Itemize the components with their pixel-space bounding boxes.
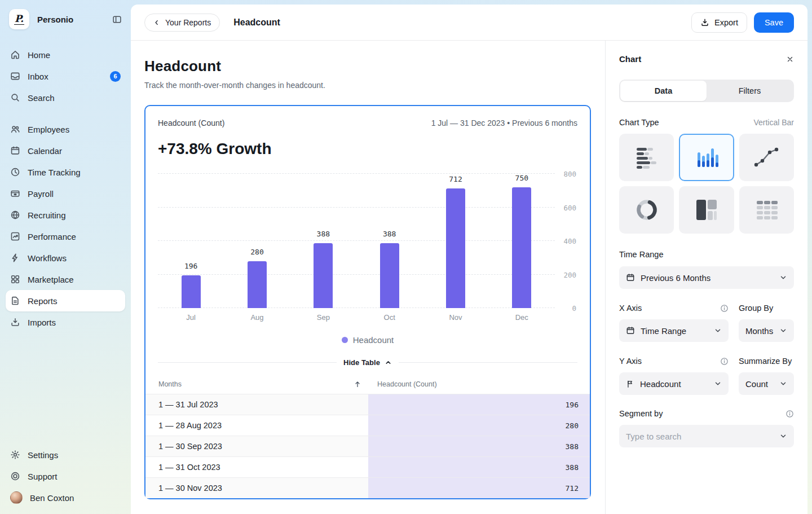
chart-settings-panel: Chart Data Filters Chart Type Vertical B… [605, 41, 807, 514]
bar [182, 275, 201, 308]
date-range-label: 1 Jul — 31 Dec 2023 • Previous 6 months [431, 118, 577, 128]
report-title: Headcount [233, 17, 280, 28]
calendar-icon [10, 146, 20, 156]
info-icon[interactable] [720, 304, 729, 313]
x-axis-tick: Oct [356, 313, 422, 322]
sidebar-item-calendar[interactable]: Calendar [0, 140, 131, 161]
table-row[interactable]: 1 — 28 Aug 2023280 [145, 415, 590, 436]
chart-type-line[interactable] [739, 134, 794, 181]
sidebar-item-performance[interactable]: Performance [0, 226, 131, 247]
employees-icon [10, 124, 20, 134]
bar-slot: 750 [489, 174, 555, 308]
legend-dot-icon [342, 337, 348, 343]
sidebar-item-home[interactable]: Home [0, 44, 131, 65]
treemap-chart-icon [693, 197, 720, 222]
group-by-label: Group By [739, 304, 773, 313]
back-to-your-reports-button[interactable]: Your Reports [144, 14, 220, 32]
vertical-bar-chart-icon [693, 145, 720, 170]
chart-card[interactable]: Headcount (Count) 1 Jul — 31 Dec 2023 • … [144, 105, 591, 499]
sidebar-item-support[interactable]: Support [0, 465, 131, 487]
sidebar-item-label: Time Tracking [28, 168, 81, 177]
table-row[interactable]: 1 — 31 Jul 2023196 [145, 394, 590, 415]
legend-label: Headcount [353, 335, 394, 345]
bar-value-label: 388 [383, 230, 396, 238]
sidebar-item-payroll[interactable]: Payroll [0, 183, 131, 204]
segment-by-placeholder: Type to search [626, 432, 681, 441]
column-header-headcount: Headcount (Count) [377, 380, 437, 388]
time-range-select[interactable]: Previous 6 Months [619, 266, 794, 289]
segment-by-select[interactable]: Type to search [619, 425, 794, 447]
save-button[interactable]: Save [754, 12, 794, 33]
bar-value-label: 196 [184, 262, 197, 270]
column-header-months: Months [158, 380, 182, 388]
chart-type-horizontal-bar[interactable] [619, 134, 674, 181]
sidebar-item-label: Recruiting [28, 210, 66, 220]
sidebar-item-reports[interactable]: Reports [6, 290, 125, 311]
horizontal-bar-chart-icon [633, 145, 660, 170]
sort-ascending-icon[interactable] [354, 380, 361, 388]
x-axis: JulAugSepOctNovDec [158, 313, 577, 322]
hide-table-button[interactable]: Hide Table [343, 358, 392, 367]
x-axis-value: Time Range [641, 326, 686, 336]
time-tracking-icon [10, 167, 20, 177]
x-axis-tick: Nov [422, 313, 488, 322]
app-surface: Your Reports Headcount Export Save Headc… [131, 5, 807, 514]
summarize-by-select[interactable]: Count [739, 372, 794, 395]
export-button[interactable]: Export [691, 12, 747, 33]
row-month: 1 — 31 Jul 2023 [158, 400, 218, 409]
table-row[interactable]: 1 — 30 Nov 2023712 [145, 477, 590, 498]
sidebar-collapse-icon[interactable] [112, 15, 122, 24]
search-icon [10, 93, 20, 103]
tab-filters[interactable]: Filters [707, 81, 793, 101]
y-axis-tick: 200 [563, 270, 576, 279]
sidebar-item-settings[interactable]: Settings [0, 444, 131, 465]
back-button-label: Your Reports [165, 18, 211, 27]
tab-data[interactable]: Data [620, 81, 707, 101]
sidebar-item-label: Payroll [28, 189, 54, 199]
chart-type-vertical-bar[interactable] [679, 134, 734, 181]
summarize-by-label: Summarize By [739, 357, 792, 366]
chart-type-table[interactable] [739, 186, 794, 234]
row-value: 196 [566, 401, 579, 409]
bar-plot: 196280388388712750 [158, 174, 555, 308]
time-range-label: Time Range [619, 250, 663, 259]
info-icon[interactable] [720, 357, 729, 366]
y-axis-select[interactable]: Headcount [619, 372, 729, 395]
sidebar-item-marketplace[interactable]: Marketplace [0, 269, 131, 290]
performance-icon [10, 231, 20, 241]
summarize-by-value: Count [745, 379, 768, 389]
chevron-down-icon [779, 274, 787, 282]
growth-headline: +73.8% Growth [158, 140, 577, 158]
x-axis-select[interactable]: Time Range [619, 319, 729, 342]
info-icon[interactable] [785, 410, 794, 418]
topbar: Your Reports Headcount Export Save [131, 5, 807, 41]
table-row[interactable]: 1 — 30 Sep 2023388 [145, 436, 590, 456]
bar-chart: 196280388388712750 0200400600800 [158, 174, 577, 308]
imports-icon [10, 317, 20, 327]
chevron-down-icon [714, 380, 722, 388]
close-icon[interactable] [786, 55, 794, 63]
bar-slot: 196 [158, 174, 224, 308]
chart-type-donut[interactable] [619, 186, 674, 234]
sidebar-item-workflows[interactable]: Workflows [0, 247, 131, 269]
sidebar-item-employees[interactable]: Employees [0, 118, 131, 140]
sidebar-user-menu[interactable]: Ben Coxton [0, 487, 131, 508]
table-row[interactable]: 1 — 31 Oct 2023388 [145, 456, 590, 477]
sidebar-item-inbox[interactable]: Inbox6 [0, 65, 131, 87]
sidebar-item-time-tracking[interactable]: Time Tracking [0, 161, 131, 183]
sidebar-item-label: Support [28, 472, 58, 481]
sidebar-item-label: Inbox [28, 72, 48, 81]
x-axis-tick: Sep [290, 313, 356, 322]
y-axis-tick: 400 [563, 237, 576, 245]
page-subtitle: Track the month-over-month changes in he… [144, 81, 592, 90]
y-axis-tick: 0 [572, 304, 576, 313]
sidebar-item-imports[interactable]: Imports [0, 311, 131, 333]
sidebar-item-recruiting[interactable]: Recruiting [0, 204, 131, 226]
personio-logo-icon: P. [9, 9, 29, 29]
sidebar-item-search[interactable]: Search [0, 87, 131, 108]
bar [314, 243, 333, 308]
chart-legend: Headcount [158, 335, 577, 345]
sidebar-item-label: Marketplace [28, 275, 74, 284]
group-by-select[interactable]: Months [739, 319, 794, 342]
chart-type-treemap[interactable] [679, 186, 734, 234]
